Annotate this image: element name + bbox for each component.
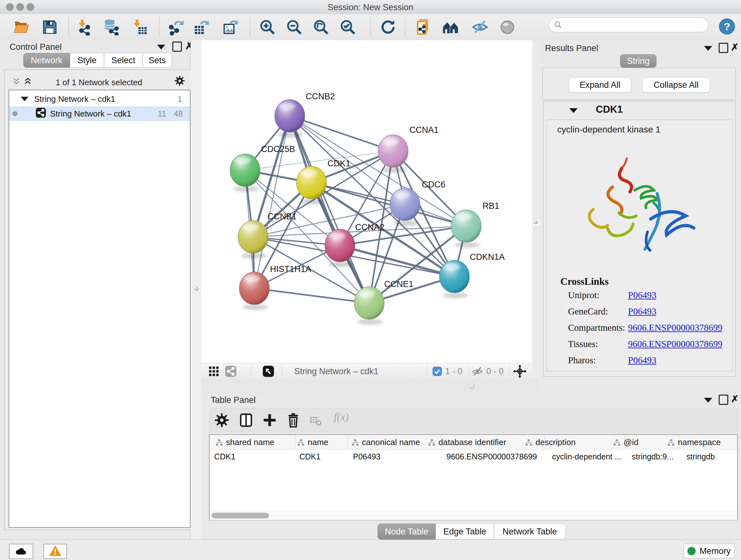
crosslink-label: Tissues:: [568, 339, 598, 349]
results-panel-close-icon[interactable]: ✗: [731, 43, 739, 51]
help-icon[interactable]: ?: [719, 18, 735, 35]
tab-node-table[interactable]: Node Table: [378, 523, 435, 540]
table-options-gear-icon[interactable]: [214, 412, 230, 429]
collection-expander-icon[interactable]: [21, 97, 28, 101]
column-header-database-identifier[interactable]: database identifier: [439, 437, 506, 447]
table-panel-close-icon[interactable]: ✗: [731, 395, 739, 403]
toolbar-separator: [405, 17, 405, 37]
separator: [251, 365, 251, 377]
zoom-selected-icon[interactable]: [340, 19, 356, 36]
horizontal-scrollbar[interactable]: [210, 511, 737, 520]
collapse-all-button[interactable]: Collapse All: [642, 77, 710, 92]
splitter-handle[interactable]: [193, 286, 200, 293]
tab-network-table[interactable]: Network Table: [494, 523, 565, 540]
pan-mode-icon[interactable]: [513, 365, 527, 379]
cloud-status-button[interactable]: [9, 544, 33, 559]
network-canvas[interactable]: CCNB2CCNA1CDC25BCDK1CDC6RB1CCNB1CCNA2CDK…: [201, 40, 532, 363]
memory-button[interactable]: Memory: [684, 544, 735, 558]
export-image-icon[interactable]: [222, 19, 239, 36]
warning-status-button[interactable]: [44, 544, 67, 559]
results-panel-float-icon[interactable]: [719, 43, 728, 53]
network-edge[interactable]: [290, 116, 369, 303]
crosslink-link[interactable]: P06493: [628, 306, 657, 317]
crosslink-row: GeneCard:P06493: [568, 306, 728, 322]
network-panel-options-gear-icon[interactable]: [174, 75, 185, 88]
hidden-count: 0 - 0: [486, 367, 503, 376]
results-panel-float-menu-icon[interactable]: [704, 46, 712, 51]
column-header-description[interactable]: description: [536, 437, 576, 447]
network-collection-row[interactable]: String Network – cdk1 1: [9, 91, 190, 106]
scrollbar-thumb[interactable]: [212, 513, 269, 518]
tab-edge-table[interactable]: Edge Table: [435, 523, 494, 540]
separator: [281, 365, 282, 377]
network-thumbnail-icon[interactable]: [225, 365, 237, 379]
vertical-splitter-left[interactable]: [191, 40, 201, 540]
hidden-eye-icon[interactable]: [472, 366, 483, 379]
refresh-view-icon[interactable]: [380, 19, 396, 36]
node-label-CCNE1: CCNE1: [384, 279, 414, 289]
column-header-shared-name[interactable]: shared name: [226, 437, 274, 447]
network-node-HIST1H1A[interactable]: HIST1H1A: [239, 264, 311, 310]
gene-expander-icon[interactable]: [569, 108, 578, 113]
column-type-icon: [525, 439, 533, 448]
zoom-out-icon[interactable]: [286, 19, 302, 36]
add-column-icon[interactable]: [262, 412, 278, 429]
show-columns-icon[interactable]: [238, 412, 254, 429]
selected-checkbox-icon[interactable]: [432, 367, 442, 377]
column-header-canonical-name[interactable]: canonical name: [362, 437, 420, 447]
vertical-splitter-right[interactable]: [532, 40, 539, 393]
tab-style[interactable]: Style: [70, 53, 104, 68]
network-view-title: String Network – cdk1: [294, 367, 379, 376]
table-panel-float-menu-icon[interactable]: [704, 398, 712, 402]
export-network-icon[interactable]: [169, 19, 185, 36]
import-database-icon[interactable]: [103, 19, 119, 36]
control-panel-float-menu-icon[interactable]: [157, 45, 165, 50]
table-row[interactable]: CDK1 CDK1 P06493 9606.ENSP00000378699 cy…: [210, 449, 737, 463]
show-all-icon[interactable]: [499, 19, 516, 36]
column-header-namespace[interactable]: namespace: [678, 437, 736, 447]
crosslink-link[interactable]: P06493: [628, 355, 657, 366]
network-node-RB1[interactable]: RB1: [451, 201, 499, 248]
export-table-icon[interactable]: [193, 19, 210, 36]
tab-string[interactable]: String: [620, 54, 657, 68]
tab-select[interactable]: Select: [104, 53, 143, 68]
column-header-name[interactable]: name: [308, 437, 328, 447]
search-input[interactable]: [549, 17, 708, 32]
table-panel-float-icon[interactable]: [719, 395, 728, 405]
network-node-CDC6[interactable]: CDC6: [390, 180, 446, 226]
network-node-CDKN1A[interactable]: CDKN1A: [440, 252, 505, 298]
node-table[interactable]: shared name name canonical name database…: [209, 434, 738, 520]
splitter-handle[interactable]: [469, 383, 475, 389]
control-panel-float-icon[interactable]: [172, 42, 182, 52]
splitter-handle[interactable]: [533, 219, 540, 226]
column-header-id[interactable]: @id: [623, 437, 638, 447]
zoom-fit-icon[interactable]: [313, 19, 329, 36]
zoom-in-icon[interactable]: [259, 19, 276, 36]
network-edge[interactable]: [254, 116, 290, 288]
save-session-icon[interactable]: [42, 19, 58, 36]
import-table-icon[interactable]: [131, 19, 148, 36]
node-label-HIST1H1A: HIST1H1A: [270, 264, 311, 274]
tab-network[interactable]: Network: [23, 53, 70, 68]
results-buttons-box: Expand All Collapse All: [542, 68, 736, 100]
network-edge[interactable]: [290, 116, 393, 151]
network-list: String Network – cdk1 1 String Network –…: [9, 90, 191, 528]
delete-column-icon[interactable]: [285, 412, 301, 429]
grid-mode-icon[interactable]: [208, 366, 219, 378]
first-neighbors-icon[interactable]: [442, 19, 459, 36]
crosslink-link[interactable]: 9606.ENSP00000378699: [628, 339, 723, 349]
network-node-CCNE1[interactable]: CCNE1: [354, 279, 414, 325]
open-session-icon[interactable]: [13, 19, 30, 36]
network-row-selected[interactable]: String Network – cdk1 11 48: [9, 106, 190, 121]
hide-selection-icon[interactable]: [472, 19, 488, 36]
birds-eye-view-icon[interactable]: [262, 365, 274, 379]
import-network-icon[interactable]: [75, 19, 92, 36]
toolbar-separator: [68, 17, 69, 37]
string-network-graph[interactable]: CCNB2CCNA1CDC25BCDK1CDC6RB1CCNB1CCNA2CDK…: [201, 40, 532, 363]
crosslink-link[interactable]: P06493: [628, 290, 657, 300]
new-network-from-selection-icon[interactable]: [415, 19, 431, 36]
expand-all-button[interactable]: Expand All: [569, 77, 631, 92]
tab-sets[interactable]: Sets: [143, 53, 172, 68]
crosslink-link[interactable]: 9606.ENSP00000378699: [628, 322, 723, 333]
network-edge[interactable]: [254, 288, 369, 303]
